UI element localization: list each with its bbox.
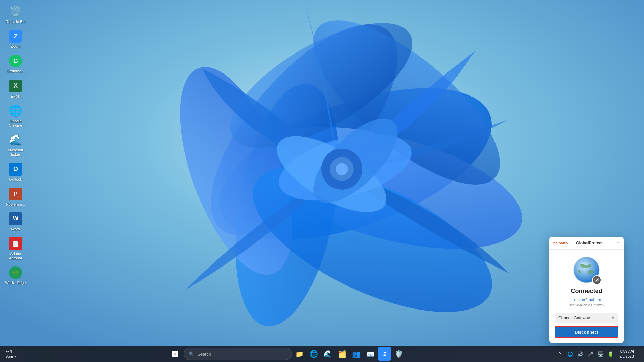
gp-globe-container xyxy=(573,256,600,283)
gp-logo: paloalto GlobalProtect xyxy=(553,241,603,246)
tray-volume-icon[interactable]: 🔊 xyxy=(575,349,585,359)
taskbar-app-chrome[interactable]: 🌐 xyxy=(307,347,320,361)
work-edge-label: Work - Edge xyxy=(5,281,26,285)
gp-gateway-name: auvpn2.auburn... xyxy=(574,298,604,302)
desktop-icon-zoom[interactable]: Z Zoom xyxy=(3,27,28,51)
tray-network-icon[interactable]: 🌐 xyxy=(565,349,575,359)
taskbar-condition: Sunny xyxy=(5,354,16,359)
gp-header-divider xyxy=(572,241,572,246)
recycle-bin-icon: 🗑️ xyxy=(9,5,22,18)
word-label: Word xyxy=(11,227,20,231)
search-placeholder: Search xyxy=(197,352,211,357)
taskbar-search[interactable]: 🔍 Search xyxy=(184,348,292,360)
start-button[interactable] xyxy=(168,347,182,361)
gp-app-title: GlobalProtect xyxy=(576,241,603,246)
taskbar-app-globalprotect[interactable]: 🛡️ xyxy=(392,347,406,361)
taskbar-app-edge[interactable]: 🌊 xyxy=(321,347,335,361)
gp-header: paloalto GlobalProtect ≡ xyxy=(549,237,624,250)
svg-point-14 xyxy=(336,163,348,175)
tray-battery-icon[interactable]: 🔋 xyxy=(606,349,615,359)
word-icon: W xyxy=(9,212,22,226)
taskbar-app-file-explorer[interactable]: 📁 xyxy=(293,347,306,361)
disconnect-label: Disconnect xyxy=(575,329,598,335)
excel-label: Excel xyxy=(11,94,20,99)
tray-display-icon[interactable]: 🖥️ xyxy=(596,349,605,359)
svg-rect-23 xyxy=(172,354,175,357)
wallpaper xyxy=(0,0,644,348)
disconnect-button[interactable]: Disconnect xyxy=(555,326,618,338)
microsoft-edge-label: Microsoft Edge xyxy=(4,148,27,157)
gp-gateway-sub: Best Available Gateway xyxy=(569,303,604,307)
gp-body: Connected ☆ auvpn2.auburn... Best Availa… xyxy=(549,250,624,343)
recycle-bin-label: Recycle Bin xyxy=(6,20,25,24)
outlook-icon: O xyxy=(9,163,22,176)
powerpoint-icon: P xyxy=(9,187,22,201)
taskbar: 76°F Sunny 🔍 Search 📁 🌐 🌊 xyxy=(0,346,644,362)
desktop: 🗑️ Recycle Bin Z Zoom G Gramma... X Exce… xyxy=(0,0,644,362)
globalprotect-popup: paloalto GlobalProtect ≡ xyxy=(549,237,624,343)
search-icon: 🔍 xyxy=(189,351,194,357)
taskbar-right: ^ 🌐 🔊 🎤 🖥️ 🔋 8:59 AM 9/8/2023 xyxy=(555,347,641,361)
windows-logo-icon xyxy=(172,351,178,357)
google-chrome-icon: 🌐 xyxy=(9,104,22,118)
hamburger-menu-icon[interactable]: ≡ xyxy=(617,240,620,246)
taskbar-app-teams[interactable]: 👥 xyxy=(349,347,363,361)
microsoft-edge-icon: 🌊 xyxy=(9,133,22,147)
gp-shield-badge xyxy=(592,275,601,285)
desktop-icon-recycle-bin[interactable]: 🗑️ Recycle Bin xyxy=(3,3,28,26)
change-gateway-button[interactable]: Change Gateway ▼ xyxy=(555,313,618,323)
svg-rect-24 xyxy=(175,354,178,357)
powerpoint-label: Powerpoi... xyxy=(6,202,25,207)
outlook-label: Outlook xyxy=(9,177,22,182)
taskbar-datetime[interactable]: 8:59 AM 9/8/2023 xyxy=(617,349,637,359)
show-desktop-button[interactable] xyxy=(639,347,641,361)
chevron-down-icon: ▼ xyxy=(611,316,615,320)
zoom-icon: Z xyxy=(9,29,22,43)
desktop-icon-word[interactable]: W Word xyxy=(3,210,28,233)
adobe-acrobat-icon: 📄 xyxy=(9,237,22,250)
adobe-acrobat-label: Adobe Acrobat xyxy=(4,252,27,260)
desktop-icon-work-edge[interactable]: 🌿 Work - Edge xyxy=(3,264,28,287)
desktop-icon-adobe-acrobat[interactable]: 📄 Adobe Acrobat xyxy=(3,235,28,262)
change-gateway-label: Change Gateway xyxy=(558,316,590,320)
grammarly-icon: G xyxy=(9,54,22,68)
gp-paloalto-brand: paloalto xyxy=(553,241,568,245)
desktop-icons: 🗑️ Recycle Bin Z Zoom G Gramma... X Exce… xyxy=(3,3,28,288)
gp-gateway-row: ☆ auvpn2.auburn... xyxy=(568,297,604,303)
gp-favorite-star[interactable]: ☆ xyxy=(568,297,573,303)
desktop-icon-excel[interactable]: X Excel xyxy=(3,77,28,101)
taskbar-time-display: 8:59 AM xyxy=(619,349,634,354)
tray-microphone-icon[interactable]: 🎤 xyxy=(585,349,595,359)
work-edge-icon: 🌿 xyxy=(9,266,22,279)
taskbar-temp: 76°F xyxy=(5,349,13,354)
desktop-icon-microsoft-edge[interactable]: 🌊 Microsoft Edge xyxy=(3,131,28,159)
taskbar-center: 🔍 Search 📁 🌐 🌊 🗂️ 👥 📧 Z 🛡️ xyxy=(19,347,555,361)
google-chrome-label: Google Chrome xyxy=(4,119,27,128)
desktop-icon-google-chrome[interactable]: 🌐 Google Chrome xyxy=(3,102,28,130)
taskbar-app-explorer[interactable]: 🗂️ xyxy=(335,347,349,361)
taskbar-date-display: 9/8/2023 xyxy=(619,354,634,359)
taskbar-weather[interactable]: 76°F Sunny xyxy=(3,349,19,359)
taskbar-app-outlook[interactable]: 📧 xyxy=(364,347,377,361)
desktop-icon-grammarly[interactable]: G Gramma... xyxy=(3,52,28,76)
taskbar-app-zoom[interactable]: Z xyxy=(378,347,391,361)
svg-rect-21 xyxy=(172,351,175,354)
desktop-icon-powerpoint[interactable]: P Powerpoi... xyxy=(3,185,28,209)
tray-chevron-icon[interactable]: ^ xyxy=(555,349,565,359)
desktop-icon-outlook[interactable]: O Outlook xyxy=(3,161,28,184)
grammarly-label: Gramma... xyxy=(7,69,24,73)
system-tray: ^ 🌐 🔊 🎤 🖥️ 🔋 xyxy=(555,349,615,359)
svg-rect-22 xyxy=(175,351,178,354)
gp-status-text: Connected xyxy=(571,288,602,295)
shield-checkmark-icon xyxy=(594,277,599,283)
zoom-label: Zoom xyxy=(11,44,20,49)
excel-icon: X xyxy=(9,79,22,93)
